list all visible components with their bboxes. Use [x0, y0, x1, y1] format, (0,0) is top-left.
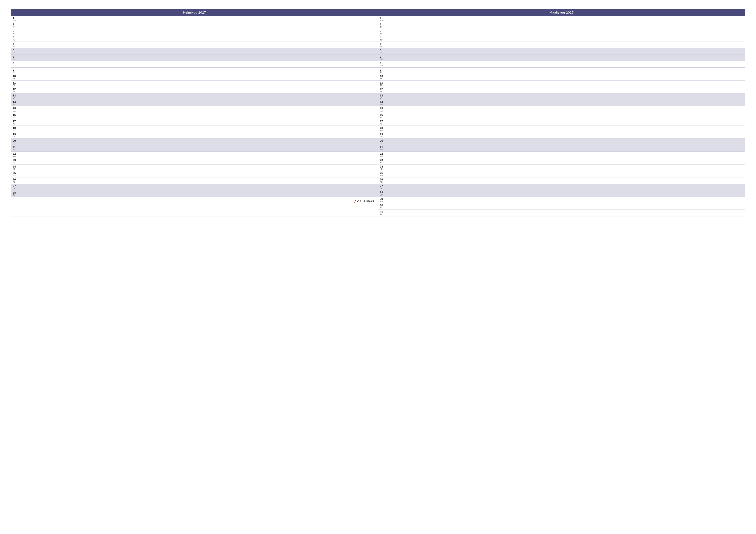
- day-row: 7 SU: [11, 55, 378, 61]
- day-info: 16 TI: [380, 114, 388, 118]
- day-row: 16 TI: [378, 113, 745, 119]
- day-info: 9 TI: [380, 68, 388, 73]
- day-row: 22 MA: [378, 152, 745, 158]
- day-number: 19: [13, 133, 20, 136]
- day-number: 10: [380, 75, 388, 78]
- day-name: MA: [13, 19, 20, 21]
- day-row: 3 KE: [11, 29, 378, 35]
- day-info: 27 LA: [13, 185, 20, 190]
- day-row: 19 PE: [11, 132, 378, 139]
- day-row: 6 LA: [378, 48, 745, 55]
- day-number: 13: [13, 94, 20, 97]
- day-info: 9 TI: [13, 68, 20, 73]
- day-name: SU: [380, 194, 388, 196]
- helmikuu-days: 1 MA 2 TI 3 KE 4 TO 5 PE: [11, 16, 378, 197]
- day-number: 22: [380, 152, 388, 155]
- day-number: 17: [380, 120, 388, 123]
- day-number: 25: [13, 172, 20, 174]
- day-info: 8 MA: [13, 62, 20, 67]
- day-name: KE: [380, 214, 388, 216]
- day-name: KE: [380, 78, 388, 80]
- day-name: SU: [380, 149, 388, 151]
- day-row: 29 MA: [378, 197, 745, 203]
- day-info: 10 KE: [13, 75, 20, 80]
- day-name: LA: [380, 142, 388, 144]
- day-row: 17 KE: [11, 119, 378, 126]
- day-name: TO: [380, 84, 388, 86]
- day-info: 25 TO: [13, 172, 20, 177]
- day-number: 14: [13, 101, 20, 103]
- day-name: TO: [380, 129, 388, 131]
- day-row: 1 MA: [11, 16, 378, 22]
- day-number: 3: [13, 30, 20, 32]
- day-info: 14 SU: [13, 101, 20, 106]
- maaliskuu-days: 1 MA 2 TI 3 KE 4 TO 5 PE: [378, 16, 745, 216]
- day-number: 21: [380, 146, 388, 149]
- day-info: 23 TI: [13, 159, 20, 164]
- day-row: 25 TO: [11, 171, 378, 177]
- day-info: 28 SU: [380, 191, 388, 196]
- day-number: 5: [380, 42, 388, 45]
- day-name: PE: [13, 45, 20, 47]
- logo-number: 7: [354, 198, 356, 204]
- day-name: LA: [380, 187, 388, 190]
- day-number: 3: [380, 30, 388, 32]
- day-info: 6 LA: [13, 49, 20, 54]
- day-info: 19 PE: [13, 133, 20, 138]
- day-name: TO: [380, 39, 388, 41]
- day-number: 18: [13, 126, 20, 129]
- day-info: 24 KE: [13, 165, 20, 170]
- helmikuu-panel: Helmikuu 2027 1 MA 2 TI 3 KE 4 TO 5: [11, 9, 378, 216]
- day-row: 4 TO: [378, 35, 745, 42]
- day-info: 27 LA: [380, 185, 388, 190]
- day-info: 5 PE: [380, 42, 388, 47]
- day-row: 14 SU: [11, 100, 378, 106]
- day-number: 28: [380, 191, 388, 194]
- day-name: TI: [13, 116, 20, 118]
- day-name: TI: [380, 116, 388, 118]
- day-row: 15 MA: [378, 106, 745, 113]
- day-name: PE: [380, 181, 388, 183]
- day-number: 8: [13, 62, 20, 64]
- day-info: 11 TO: [13, 81, 20, 86]
- day-name: LA: [380, 97, 388, 99]
- day-row: 11 TO: [378, 81, 745, 87]
- day-number: 2: [13, 23, 20, 26]
- day-row: 11 TO: [11, 81, 378, 87]
- day-info: 15 MA: [13, 107, 20, 112]
- day-number: 11: [13, 81, 20, 84]
- day-info: 19 PE: [380, 133, 388, 138]
- day-name: PE: [13, 90, 20, 92]
- day-info: 24 KE: [380, 165, 388, 170]
- day-number: 14: [380, 101, 388, 103]
- day-info: 10 KE: [380, 75, 388, 80]
- day-info: 8 MA: [380, 62, 388, 67]
- day-info: 21 SU: [13, 146, 20, 151]
- day-row: 23 TI: [378, 158, 745, 165]
- day-name: TI: [13, 26, 20, 28]
- day-name: KE: [380, 32, 388, 35]
- day-name: TI: [13, 162, 20, 164]
- day-number: 27: [13, 185, 20, 187]
- day-row: 16 TI: [11, 113, 378, 119]
- day-row: 26 PE: [11, 177, 378, 184]
- day-info: 2 TI: [13, 23, 20, 28]
- day-number: 13: [380, 94, 388, 97]
- day-name: MA: [380, 200, 388, 202]
- day-info: 1 MA: [13, 16, 20, 21]
- day-name: TO: [13, 84, 20, 86]
- day-row: 24 KE: [11, 165, 378, 171]
- day-row: 22 MA: [11, 152, 378, 158]
- day-row: 14 SU: [378, 100, 745, 106]
- day-info: 30 TI: [380, 204, 388, 209]
- day-info: 26 PE: [380, 178, 388, 183]
- maaliskuu-header: Maaliskuu 2027: [378, 9, 745, 16]
- day-info: 3 KE: [380, 30, 388, 35]
- day-info: 17 KE: [13, 120, 20, 125]
- day-name: TO: [13, 39, 20, 41]
- day-info: 28 SU: [13, 191, 20, 196]
- day-name: LA: [13, 97, 20, 99]
- day-row: 12 PE: [378, 87, 745, 93]
- day-name: LA: [13, 52, 20, 54]
- day-row: 17 KE: [378, 119, 745, 126]
